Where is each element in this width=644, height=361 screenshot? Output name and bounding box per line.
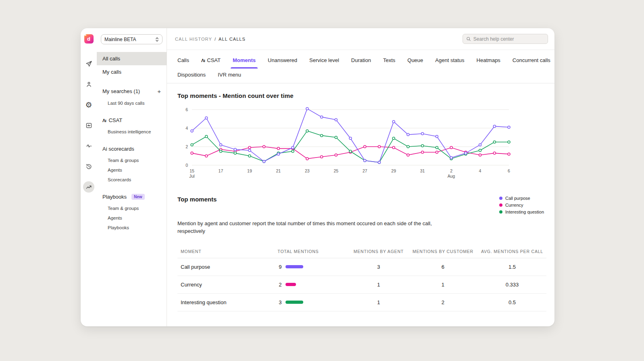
chart-wrap: 024615Jul17192123252729312Aug46 (177, 105, 546, 185)
svg-text:6: 6 (185, 107, 188, 112)
header-moment: MOMENT (177, 245, 274, 258)
legend-label: Call purpose (505, 196, 530, 201)
sidebar-item-label: My searches (1) (102, 88, 154, 94)
tab-heatmaps[interactable]: Heatmaps (477, 54, 500, 68)
section-title: Top moments (177, 196, 217, 203)
svg-text:4: 4 (479, 168, 481, 173)
tab-queue[interactable]: Queue (407, 54, 423, 68)
pulse-icon[interactable] (83, 140, 94, 151)
cell-by-customer: 1 (408, 276, 478, 293)
app-logo[interactable]: ✦ d (84, 34, 94, 44)
svg-text:2: 2 (185, 144, 188, 149)
tab-ivr-menu[interactable]: IVR menu (218, 68, 241, 83)
sidebar-item-ai-scorecards[interactable]: Ai scorecards (97, 142, 167, 156)
cell-avg: 1.5 (478, 258, 546, 276)
header-mentions-by-agent: MENTIONS BY AGENT (349, 245, 408, 258)
total-bar (286, 265, 303, 268)
sidebar-item-agents[interactable]: Agents (97, 165, 167, 175)
svg-text:15: 15 (190, 168, 194, 173)
table-row-currency[interactable]: Currency 2 1 1 0.333 (177, 276, 546, 293)
total-bar (286, 283, 296, 286)
cell-by-agent: 3 (349, 258, 408, 276)
tab-dispositions[interactable]: Dispositions (177, 68, 206, 83)
legend-dot-purple (499, 197, 502, 200)
section-description: Mention by agent and customer report the… (177, 220, 436, 235)
sidebar-item-label: CSAT (108, 117, 122, 123)
table-header-row: MOMENT TOTAL MENTIONS MENTIONS BY AGENT … (177, 245, 546, 258)
main-content: CALL HISTORY/ALL CALLS Calls Λı CSAT Mom… (167, 28, 554, 326)
chart-title: Top moments - Mention count over time (177, 92, 546, 99)
legend-label: Currency (505, 203, 523, 207)
moments-table: MOMENT TOTAL MENTIONS MENTIONS BY AGENT … (177, 245, 546, 311)
add-search-button[interactable]: + (156, 88, 162, 95)
sidebar-item-my-calls[interactable]: My calls (97, 65, 167, 79)
chart-legend: Call purpose Currency Interesting questi… (499, 196, 546, 214)
total-value: 9 (277, 264, 281, 270)
sidebar-item-last-90-days-calls[interactable]: Last 90 days calls (97, 98, 167, 108)
sidebar-item-business-intelligence[interactable]: Business intelligence (97, 127, 167, 137)
main-header: CALL HISTORY/ALL CALLS (167, 28, 554, 50)
workspace-selector[interactable]: Mainline BETA (101, 34, 163, 44)
tab-calls[interactable]: Calls (177, 54, 189, 68)
legend-item-currency: Currency (499, 203, 544, 207)
cell-moment: Call purpose (177, 258, 274, 276)
sidebar-item-playbooks[interactable]: Playbooks New (97, 190, 167, 203)
table-row-interesting-question[interactable]: Interesting question 3 1 2 0.5 (177, 293, 546, 311)
cell-avg: 0.5 (478, 293, 546, 311)
user-icon[interactable] (83, 79, 94, 90)
sidebar: Mainline BETA All calls My calls My sear… (97, 28, 167, 326)
tab-duration[interactable]: Duration (351, 54, 371, 68)
history-icon[interactable] (83, 161, 94, 172)
new-badge: New (131, 194, 145, 200)
breadcrumb: CALL HISTORY/ALL CALLS (175, 37, 246, 41)
tab-csat[interactable]: Λı CSAT (201, 54, 221, 68)
chart-doc-icon[interactable] (83, 120, 94, 131)
logo-letter: d (87, 36, 90, 42)
table-row-call-purpose[interactable]: Call purpose 9 3 6 1.5 (177, 258, 546, 276)
sidebar-item-playbooks-agents[interactable]: Agents (97, 213, 167, 223)
svg-text:0: 0 (185, 163, 188, 168)
svg-text:31: 31 (420, 168, 425, 173)
page-content: Top moments - Mention count over time 02… (167, 83, 554, 326)
cell-total: 2 (274, 276, 349, 293)
svg-text:2: 2 (450, 168, 452, 173)
tab-concurrent-calls[interactable]: Concurrent calls (513, 54, 550, 68)
header-mentions-by-customer: MENTIONS BY CUSTOMER (408, 245, 478, 258)
svg-text:25: 25 (333, 168, 338, 173)
tab-texts[interactable]: Texts (383, 54, 395, 68)
sidebar-item-my-searches[interactable]: My searches (1) + (97, 84, 167, 98)
total-value: 2 (277, 282, 281, 288)
search-input[interactable] (473, 36, 544, 42)
tab-unanswered[interactable]: Unanswered (268, 54, 297, 68)
sidebar-item-playbooks-playbooks[interactable]: Playbooks (97, 223, 167, 232)
svg-text:17: 17 (219, 168, 223, 173)
legend-label: Interesting question (505, 210, 544, 214)
help-search-box[interactable] (463, 34, 548, 44)
header-total-mentions: TOTAL MENTIONS (274, 245, 349, 258)
tab-moments[interactable]: Moments (233, 54, 256, 68)
tab-agent-status[interactable]: Agent status (435, 54, 464, 68)
app-window: ✦ d ⚙ (81, 28, 554, 326)
logo-spark-icon: ✦ (85, 34, 87, 37)
svg-text:27: 27 (363, 168, 367, 173)
cell-total: 3 (274, 293, 349, 311)
legend-dot-pink (499, 203, 502, 207)
cell-moment: Currency (177, 276, 274, 293)
sidebar-item-csat[interactable]: Λı CSAT (97, 114, 167, 127)
trending-up-icon[interactable] (83, 181, 94, 193)
sidebar-item-scorecards[interactable]: Scorecards (97, 175, 167, 185)
sidebar-item-team-groups[interactable]: Team & groups (97, 156, 167, 165)
breadcrumb-section[interactable]: CALL HISTORY (175, 37, 212, 41)
chevron-updown-icon (155, 37, 159, 42)
sidebar-item-label: Playbooks (102, 194, 127, 200)
send-icon[interactable] (83, 58, 94, 69)
svg-text:4: 4 (185, 126, 188, 131)
legend-item-interesting-question: Interesting question (499, 210, 544, 214)
svg-text:21: 21 (276, 168, 281, 173)
gear-icon[interactable]: ⚙ (83, 99, 94, 110)
cell-by-agent: 1 (349, 276, 408, 293)
tab-service-level[interactable]: Service level (309, 54, 339, 68)
sidebar-item-all-calls[interactable]: All calls (97, 52, 167, 65)
total-bar (286, 301, 303, 304)
sidebar-item-playbooks-team-groups[interactable]: Team & groups (97, 203, 167, 213)
